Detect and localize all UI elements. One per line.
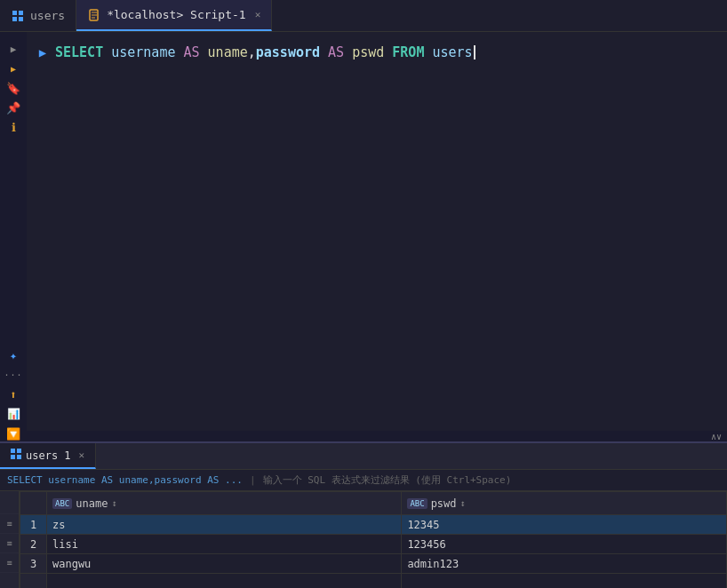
chart-icon[interactable]: 📊 bbox=[5, 406, 21, 422]
cell-pswd-2: 123456 bbox=[402, 535, 727, 554]
text-cursor bbox=[474, 45, 475, 60]
sql-users: users bbox=[432, 41, 472, 64]
uname-sort-icon[interactable]: ↕ bbox=[111, 498, 116, 508]
cell-pswd-4 bbox=[402, 574, 727, 589]
row-tool-2[interactable]: ≡ bbox=[0, 534, 19, 553]
export-icon[interactable]: ⬆ bbox=[5, 386, 21, 402]
sql-uname: uname bbox=[208, 41, 248, 64]
row-num-2: 2 bbox=[20, 535, 47, 554]
svg-rect-3 bbox=[19, 17, 23, 21]
result-grid-icon bbox=[11, 449, 21, 462]
tab-close-script[interactable]: ✕ bbox=[255, 9, 261, 20]
sql-username: username bbox=[111, 41, 175, 64]
editor-bottom-bar: ∧∨ bbox=[27, 431, 727, 441]
cell-uname-2: lisi bbox=[47, 535, 402, 554]
svg-rect-0 bbox=[12, 11, 17, 15]
tab-bar: users *localhost> Script-1 ✕ bbox=[0, 0, 727, 32]
code-line-1: ▶ SELECT username AS uname , password AS bbox=[27, 41, 727, 64]
uname-type-badge: ABC bbox=[52, 498, 72, 509]
tab-script-label: *localhost> Script-1 bbox=[107, 8, 246, 21]
table-row[interactable]: 3 wangwu admin123 bbox=[20, 554, 727, 574]
run-arrow-indicator: ▶ bbox=[34, 41, 52, 64]
table-row-empty bbox=[20, 574, 727, 589]
result-table-container: ≡ ≡ ≡ ABC uname ↕ bbox=[0, 491, 727, 588]
svg-rect-8 bbox=[11, 449, 15, 453]
row-num-4 bbox=[20, 574, 47, 589]
svg-rect-9 bbox=[17, 449, 21, 453]
grid-icon bbox=[11, 9, 25, 23]
col-pswd-label: pswd bbox=[431, 497, 457, 510]
row-tool-1[interactable]: ≡ bbox=[0, 514, 19, 534]
result-tabs: users 1 ✕ bbox=[0, 443, 727, 470]
bookmark-icon[interactable]: 🔖 bbox=[5, 80, 21, 96]
col-header-pswd[interactable]: ABC pswd ↕ bbox=[402, 492, 727, 515]
sql-password: password bbox=[256, 41, 320, 64]
sql-from: FROM bbox=[392, 41, 424, 64]
svg-rect-11 bbox=[17, 455, 21, 459]
cell-pswd-1: 12345 bbox=[402, 515, 727, 535]
svg-rect-1 bbox=[19, 11, 23, 15]
code-editor[interactable]: ▶ SELECT username AS uname , password AS bbox=[27, 32, 727, 431]
row-tool-header bbox=[0, 491, 19, 514]
row-tools-col: ≡ ≡ ≡ bbox=[0, 491, 20, 588]
sql-comma: , bbox=[248, 41, 256, 64]
row-tool-3[interactable]: ≡ bbox=[0, 553, 19, 573]
result-tab-close[interactable]: ✕ bbox=[79, 449, 85, 461]
step-icon[interactable]: ▶ bbox=[5, 60, 21, 76]
editor-area[interactable]: ▶ SELECT username AS uname , password AS bbox=[27, 32, 727, 441]
sql-as1: AS bbox=[184, 41, 200, 64]
row-num-header bbox=[20, 492, 47, 515]
scroll-arrows: ∧∨ bbox=[711, 432, 722, 441]
sql-select: SELECT bbox=[55, 41, 103, 64]
left-gutter: ▶ ▶ 🔖 📌 ℹ ✦ ··· ⬆ 📊 🔽 bbox=[0, 32, 27, 441]
row-num-3: 3 bbox=[20, 554, 47, 574]
table-row[interactable]: 1 zs 12345 bbox=[20, 515, 727, 535]
tab-script[interactable]: *localhost> Script-1 ✕ bbox=[76, 0, 272, 31]
info-icon[interactable]: ℹ bbox=[5, 119, 21, 135]
sql-pswd: pswd bbox=[352, 41, 384, 64]
result-tab-label: users 1 bbox=[26, 449, 71, 462]
table-header-row: ABC uname ↕ ABC pswd ↕ bbox=[20, 492, 727, 515]
sql-preview-text: SELECT username AS uname,password AS ... bbox=[7, 474, 243, 486]
plugin-icon[interactable]: ✦ bbox=[5, 347, 21, 363]
col-header-uname[interactable]: ABC uname ↕ bbox=[47, 492, 402, 515]
cell-uname-3: wangwu bbox=[47, 554, 402, 574]
filter-icon[interactable]: 🔽 bbox=[5, 425, 21, 441]
result-table: ABC uname ↕ ABC pswd ↕ bbox=[20, 491, 727, 588]
main-area: ▶ ▶ 🔖 📌 ℹ ✦ ··· ⬆ 📊 🔽 ▶ SELECT bbox=[0, 32, 727, 441]
tab-users-label: users bbox=[30, 9, 65, 22]
cell-uname-1: zs bbox=[47, 515, 402, 535]
cell-pswd-3: admin123 bbox=[402, 554, 727, 574]
file-icon bbox=[87, 8, 101, 22]
pswd-sort-icon[interactable]: ↕ bbox=[460, 498, 466, 508]
svg-rect-10 bbox=[11, 455, 15, 459]
row-num-1: 1 bbox=[20, 515, 47, 535]
table-row[interactable]: 2 lisi 123456 bbox=[20, 535, 727, 554]
pin-icon[interactable]: 📌 bbox=[5, 99, 21, 115]
run-arrow-icon: ▶ bbox=[39, 41, 46, 64]
sql-as2: AS bbox=[328, 41, 344, 64]
pswd-type-badge: ABC bbox=[407, 498, 427, 509]
svg-rect-2 bbox=[12, 17, 17, 21]
run-line-icon[interactable]: ▶ bbox=[5, 41, 21, 57]
editor-with-gutter: ▶ ▶ 🔖 📌 ℹ ✦ ··· ⬆ 📊 🔽 ▶ SELECT bbox=[0, 32, 727, 441]
result-tab-users1[interactable]: users 1 ✕ bbox=[0, 443, 96, 469]
filter-placeholder: 输入一个 SQL 表达式来过滤结果 (使用 Ctrl+Space) bbox=[263, 473, 512, 487]
dots-icon[interactable]: ··· bbox=[5, 367, 21, 383]
bottom-panel: users 1 ✕ SELECT username AS uname,passw… bbox=[0, 441, 727, 588]
cell-uname-4 bbox=[47, 574, 402, 589]
tab-users[interactable]: users bbox=[0, 0, 76, 31]
col-uname-label: uname bbox=[76, 497, 108, 510]
sql-preview-bar: SELECT username AS uname,password AS ...… bbox=[0, 470, 727, 491]
